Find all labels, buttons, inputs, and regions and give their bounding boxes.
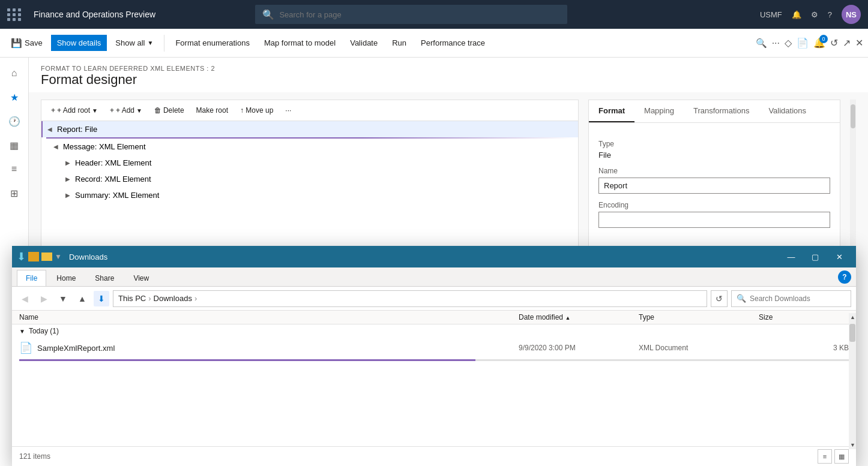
- group-today[interactable]: ▼ Today (1): [12, 324, 856, 338]
- tab-transformations[interactable]: Transformations: [684, 100, 759, 122]
- path-downloads[interactable]: Downloads: [154, 294, 192, 303]
- tab-mapping[interactable]: Mapping: [634, 100, 684, 122]
- nav-downloads-icon: ⬇: [94, 291, 109, 306]
- run-button[interactable]: Run: [386, 35, 412, 51]
- help-icon[interactable]: ?: [828, 10, 832, 19]
- page-icon[interactable]: 📄: [797, 37, 809, 49]
- settings-icon[interactable]: ⚙: [811, 10, 818, 19]
- more-tree-button[interactable]: ···: [280, 104, 296, 117]
- show-all-button[interactable]: Show all ▼: [109, 35, 159, 51]
- col-name[interactable]: Name: [19, 313, 519, 321]
- sidebar-star-icon[interactable]: ★: [4, 86, 25, 108]
- tree-item-label-message: Message: XML Element: [63, 142, 146, 151]
- format-enumerations-button[interactable]: Format enumerations: [169, 35, 256, 51]
- make-root-button[interactable]: Make root: [191, 104, 233, 117]
- global-search-input[interactable]: [279, 10, 560, 19]
- tree-collapse-icon-message[interactable]: ◀: [53, 143, 61, 150]
- nav-up-button[interactable]: ▲: [74, 291, 90, 306]
- sidebar-grid-icon[interactable]: ▦: [4, 134, 25, 156]
- avatar[interactable]: NS: [842, 5, 861, 24]
- delete-button[interactable]: 🗑 Delete: [149, 104, 189, 117]
- refresh-path-icon: ↺: [716, 294, 723, 303]
- search-toolbar-icon[interactable]: 🔍: [756, 38, 767, 49]
- global-search[interactable]: 🔍: [255, 5, 567, 24]
- close-icon[interactable]: ✕: [855, 37, 863, 49]
- tree-collapse-icon[interactable]: ◀: [47, 126, 55, 133]
- add-icon: +: [110, 106, 114, 115]
- tree-arrow-record[interactable]: ▶: [65, 176, 73, 182]
- refresh-icon[interactable]: ↺: [830, 37, 838, 49]
- toolbar: 💾 Save Show details Show all ▼ Format en…: [0, 29, 868, 58]
- search-box[interactable]: 🔍: [731, 290, 851, 307]
- dl-dropdown-icon[interactable]: ▼: [55, 252, 62, 261]
- file-row[interactable]: 📄 SampleXmlReport.xml 9/9/2020 3:00 PM X…: [12, 338, 856, 358]
- plus-icon: +: [51, 106, 55, 115]
- help-button[interactable]: ?: [838, 270, 851, 284]
- external-icon[interactable]: ↗: [843, 37, 851, 49]
- save-button[interactable]: 💾 Save: [5, 34, 49, 52]
- app-grid-icon[interactable]: [7, 8, 22, 21]
- show-details-button[interactable]: Show details: [51, 35, 107, 51]
- toolbar-divider-1: [164, 35, 164, 52]
- search-downloads-input[interactable]: [750, 294, 846, 303]
- encoding-label: Encoding: [598, 201, 830, 209]
- tree-item-summary[interactable]: ▶ Summary: XML Element: [41, 187, 578, 203]
- name-input[interactable]: [598, 178, 830, 194]
- add-root-chevron: ▼: [92, 107, 98, 114]
- notifications-icon[interactable]: 🔔: [792, 10, 801, 19]
- tree-item-header[interactable]: ▶ Header: XML Element: [41, 155, 578, 171]
- encoding-input[interactable]: [598, 212, 830, 228]
- sidebar-filter-icon[interactable]: ⊞: [4, 182, 25, 204]
- path-bar[interactable]: This PC › Downloads ›: [113, 290, 707, 307]
- more-icon[interactable]: ···: [772, 38, 780, 49]
- sidebar-home-icon[interactable]: ⌂: [4, 62, 25, 84]
- map-format-button[interactable]: Map format to model: [258, 35, 342, 51]
- nav-forward-button[interactable]: ▶: [36, 291, 52, 306]
- sidebar-list-icon[interactable]: ≡: [4, 158, 25, 180]
- downloads-scrollbar[interactable]: ▲ ▼: [849, 313, 856, 449]
- tab-validations[interactable]: Validations: [759, 100, 816, 122]
- validate-button[interactable]: Validate: [344, 35, 384, 51]
- tree-item-report-file[interactable]: ◀ Report: File: [41, 121, 578, 137]
- path-sep-2: ›: [194, 294, 197, 303]
- add-root-button[interactable]: + + Add root ▼: [46, 104, 103, 117]
- sidebar-clock-icon[interactable]: 🕐: [4, 110, 25, 132]
- breadcrumb: FORMAT TO LEARN DEFERRED XML ELEMENTS : …: [41, 65, 856, 72]
- performance-trace-button[interactable]: Performance trace: [415, 35, 491, 51]
- tree-item-label-header: Header: XML Element: [75, 158, 151, 167]
- minimize-button[interactable]: —: [779, 246, 803, 267]
- top-navbar: Finance and Operations Preview 🔍 USMF 🔔 …: [0, 0, 868, 29]
- file-name-text: SampleXmlReport.xml: [37, 344, 115, 353]
- tab-home[interactable]: Home: [47, 270, 85, 286]
- tree-arrow-summary[interactable]: ▶: [65, 192, 73, 199]
- tab-format[interactable]: Format: [589, 100, 634, 122]
- status-bar: 121 items ≡ ▦: [12, 446, 856, 466]
- tree-toolbar: + + Add root ▼ + + Add ▼ 🗑 Delete Make r…: [41, 100, 578, 121]
- props-tabs: Format Mapping Transformations Validatio…: [589, 100, 840, 123]
- file-type: XML Document: [639, 344, 759, 352]
- nav-dropdown-button[interactable]: ▼: [55, 291, 71, 306]
- refresh-path-button[interactable]: ↺: [711, 290, 728, 307]
- close-button[interactable]: ✕: [827, 246, 851, 267]
- scroll-up-icon[interactable]: ▲: [849, 313, 856, 321]
- tab-file[interactable]: File: [17, 270, 46, 286]
- diamond-icon[interactable]: ◇: [785, 37, 792, 49]
- nav-back-button[interactable]: ◀: [17, 291, 32, 306]
- tab-share[interactable]: Share: [86, 270, 123, 286]
- maximize-button[interactable]: ▢: [803, 246, 827, 267]
- add-button[interactable]: + + Add ▼: [105, 104, 147, 117]
- details-view-button[interactable]: ▦: [834, 449, 849, 464]
- tree-item-record[interactable]: ▶ Record: XML Element: [41, 171, 578, 187]
- scrollbar-thumb: [851, 104, 855, 128]
- list-view-button[interactable]: ≡: [818, 449, 832, 464]
- tree-arrow-header[interactable]: ▶: [65, 160, 73, 166]
- col-type[interactable]: Type: [639, 313, 759, 321]
- move-up-button[interactable]: ↑ Move up: [235, 104, 278, 117]
- tab-view[interactable]: View: [124, 270, 158, 286]
- col-date[interactable]: Date modified ▲: [519, 313, 639, 321]
- col-size[interactable]: Size: [759, 313, 849, 321]
- scroll-down-icon[interactable]: ▼: [849, 441, 856, 449]
- path-this-pc[interactable]: This PC: [118, 294, 146, 303]
- tree-item-message[interactable]: ◀ Message: XML Element: [41, 139, 578, 155]
- file-date: 9/9/2020 3:00 PM: [519, 344, 639, 352]
